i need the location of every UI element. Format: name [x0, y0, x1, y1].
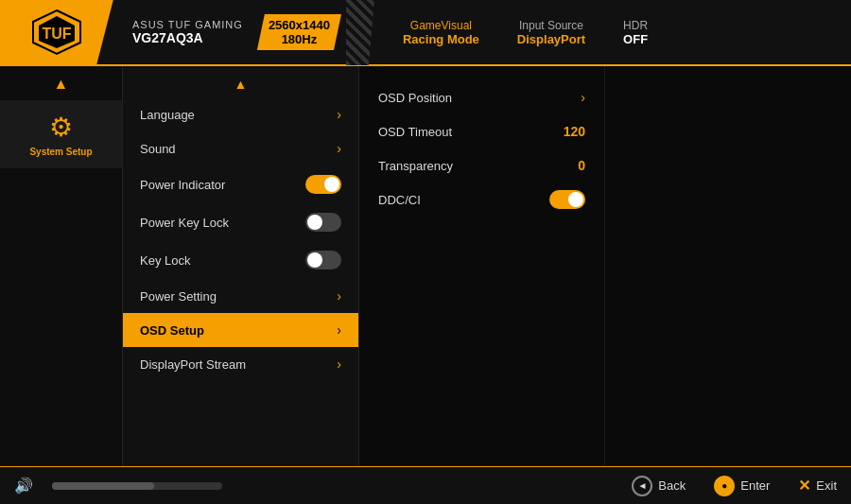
toggle-knob-power-indicator [324, 177, 339, 192]
sidebar-arrow-up[interactable]: ▲ [54, 76, 69, 93]
menu-label-sound: Sound [140, 142, 176, 156]
right-item-osd-timeout[interactable]: OSD Timeout 120 [378, 114, 585, 148]
right-label-ddcci: DDC/CI [378, 193, 421, 207]
sidebar: ▲ ⚙ System Setup ▼ [0, 66, 123, 504]
toggle-knob-ddcci [568, 192, 583, 207]
header-hdr: HDR OFF [623, 19, 648, 46]
menu-item-power-indicator[interactable]: Power Indicator [123, 165, 358, 203]
svg-text:TUF: TUF [42, 26, 71, 42]
right-label-osd-position: OSD Position [378, 91, 452, 105]
menu-label-power-setting: Power Setting [140, 289, 217, 304]
system-setup-icon: ⚙ [49, 112, 73, 143]
toggle-power-key-lock[interactable] [305, 213, 341, 232]
back-label: Back [658, 478, 686, 493]
menu-item-key-lock[interactable]: Key Lock [123, 241, 358, 279]
header: TUF ASUS TUF GAMING VG27AQ3A 2560x1440 1… [0, 0, 851, 66]
right-item-ddcci[interactable]: DDC/CI [378, 182, 585, 217]
right-label-osd-timeout: OSD Timeout [378, 125, 452, 139]
tuf-logo-icon: TUF [31, 9, 83, 56]
menu-arrow-up[interactable]: ▲ [123, 71, 358, 97]
menu-item-displayport-stream[interactable]: DisplayPort Stream › [123, 347, 358, 381]
toggle-knob-key-lock [307, 252, 322, 268]
toggle-key-lock[interactable] [305, 251, 341, 269]
main-area: ▲ ⚙ System Setup ▼ ▲ Language › Sound › … [0, 66, 851, 504]
toggle-knob-power-key-lock [307, 215, 322, 230]
menu-item-language[interactable]: Language › [123, 97, 358, 131]
back-button-icon: ◄ [632, 476, 652, 496]
header-gamevisual: GameVisual Racing Mode [403, 19, 479, 46]
volume-bar[interactable] [52, 482, 222, 490]
volume-bar-fill [52, 482, 154, 490]
menu-arrow-language: › [337, 107, 341, 122]
input-value: DisplayPort [517, 32, 585, 46]
nav-controls: ◄ Back ● Enter ✕ Exit [632, 476, 837, 496]
sidebar-item-system-setup[interactable]: ⚙ System Setup [0, 100, 122, 168]
nav-back[interactable]: ◄ Back [632, 476, 686, 496]
menu-arrow-sound: › [337, 141, 341, 156]
header-input-source: Input Source DisplayPort [517, 19, 585, 46]
menu-item-power-key-lock[interactable]: Power Key Lock [123, 203, 358, 241]
exit-label: Exit [816, 478, 837, 493]
nav-exit[interactable]: ✕ Exit [798, 476, 837, 496]
right-value-transparency: 0 [578, 158, 585, 173]
menu-item-power-setting[interactable]: Power Setting › [123, 279, 358, 313]
menu-arrow-power-setting: › [337, 288, 341, 304]
exit-x-icon: ✕ [798, 477, 810, 495]
right-value-osd-timeout: 120 [564, 124, 585, 139]
right-arrow-osd-position: › [581, 90, 585, 105]
logo-area: TUF [0, 0, 113, 65]
diagonal-stripe [346, 0, 374, 65]
volume-icon: 🔊 [14, 477, 33, 495]
sidebar-item-label: System Setup [29, 147, 92, 157]
resolution-text: 2560x1440 [269, 18, 330, 32]
menu-item-sound[interactable]: Sound › [123, 131, 358, 165]
enter-label: Enter [740, 478, 770, 493]
resolution-box: 2560x1440 180Hz [257, 14, 341, 50]
bottom-bar: 🔊 ◄ Back ● Enter ✕ Exit [0, 466, 851, 504]
menu-label-power-indicator: Power Indicator [140, 178, 225, 192]
menu-label-power-key-lock: Power Key Lock [140, 216, 229, 230]
hdr-label: HDR [623, 19, 648, 32]
right-label-transparency: Transparency [378, 159, 453, 173]
gamevisual-label: GameVisual [410, 19, 472, 32]
menu-label-key-lock: Key Lock [140, 253, 190, 268]
header-nav: GameVisual Racing Mode Input Source Disp… [403, 19, 648, 46]
menu-label-displayport-stream: DisplayPort Stream [140, 357, 246, 372]
menu-item-osd-setup[interactable]: OSD Setup › [123, 313, 358, 347]
hdr-value: OFF [623, 32, 648, 46]
gamevisual-value: Racing Mode [403, 32, 479, 46]
brand-name: ASUS TUF GAMING [132, 19, 243, 30]
hz-text: 180Hz [282, 32, 318, 46]
toggle-ddcci[interactable] [549, 190, 585, 209]
menu-panel: ▲ Language › Sound › Power Indicator Pow… [123, 66, 359, 504]
right-area: OSD Position › OSD Timeout 120 Transpare… [359, 66, 851, 504]
right-panel-left: OSD Position › OSD Timeout 120 Transpare… [359, 66, 605, 504]
menu-arrow-displayport-stream: › [337, 356, 341, 372]
model-name: VG27AQ3A [132, 30, 243, 45]
input-label: Input Source [519, 19, 583, 32]
right-item-transparency[interactable]: Transparency 0 [378, 148, 585, 182]
nav-enter[interactable]: ● Enter [714, 476, 770, 496]
toggle-power-indicator[interactable] [305, 175, 341, 194]
model-info: ASUS TUF GAMING VG27AQ3A [132, 19, 243, 45]
enter-button-icon: ● [714, 476, 735, 496]
menu-arrow-osd-setup: › [337, 322, 341, 338]
right-panel-empty [605, 66, 851, 504]
right-item-osd-position[interactable]: OSD Position › [378, 80, 585, 114]
menu-label-language: Language [140, 108, 195, 122]
menu-label-osd-setup: OSD Setup [140, 323, 204, 338]
